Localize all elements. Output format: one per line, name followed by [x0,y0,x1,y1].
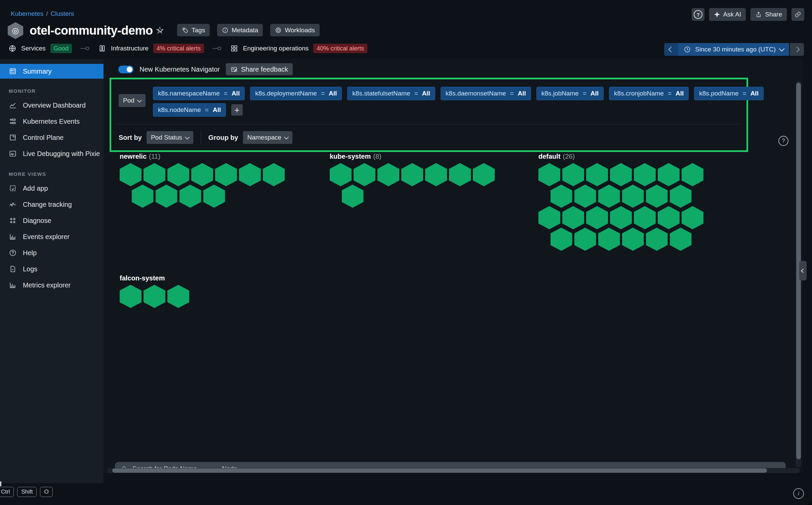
filter-pill-deployment[interactable]: k8s.deploymentName=All [250,87,342,100]
new-navigator-toggle[interactable] [118,66,133,73]
pod-hexagon[interactable] [354,163,375,186]
sidebar-item-control-plane[interactable]: Control Plane [0,129,104,146]
pod-hexagon[interactable] [610,206,632,229]
pod-hexagon[interactable] [203,185,225,208]
sidebar-item-diagnose[interactable]: Diagnose [0,212,104,229]
pod-hexagon[interactable] [610,163,632,186]
engineering-ops-status-badge[interactable]: 40% critical alerts [313,44,367,53]
pod-hexagon[interactable] [167,285,189,308]
pod-hexagon[interactable] [658,163,680,186]
add-filter-button[interactable]: + [231,104,243,116]
filter-pill-job[interactable]: k8s.jobName=All [536,87,604,100]
pod-hexagon[interactable] [551,228,572,251]
filter-pill-cronjob[interactable]: k8s.cronjobName=All [609,87,689,100]
share-button[interactable]: Share [750,8,787,21]
collapse-panel-handle[interactable] [799,261,807,280]
sidebar-item-change-tracking[interactable]: Change tracking [0,196,104,212]
sidebar-item-add-app[interactable]: Add app [0,180,104,196]
time-forward-button[interactable] [790,43,804,56]
filter-pill-statefulset[interactable]: k8s.statefulsetName=All [347,87,435,100]
pod-hexagon[interactable] [682,163,703,186]
sort-by-dropdown[interactable]: Pod Status [147,131,193,144]
sidebar-item-kubernetes-events[interactable]: Kubernetes Events [0,113,104,129]
pod-hexagon[interactable] [191,163,213,186]
pod-hexagon[interactable] [634,206,656,229]
services-label[interactable]: Services [21,45,46,52]
pod-hexagon[interactable] [473,163,495,186]
pod-hexagon[interactable] [562,206,584,229]
sidebar-item-events-explorer[interactable]: Events explorer [0,229,104,245]
pod-hexagon[interactable] [179,185,201,208]
pod-hexagon[interactable] [574,185,596,208]
pod-hexagon[interactable] [239,163,261,186]
pod-hexagon[interactable] [682,206,703,229]
time-range-button[interactable]: Since 30 minutes ago (UTC) [678,43,789,56]
pod-hexagon[interactable] [401,163,423,186]
navigator-help-button[interactable]: ? [778,136,788,146]
pod-hexagon[interactable] [622,228,644,251]
pod-hexagon[interactable] [670,228,692,251]
ask-ai-button[interactable]: Ask AI [709,8,746,21]
time-back-button[interactable] [664,43,678,56]
help-button[interactable]: ? [692,8,704,21]
sidebar-item-overview-dashboard[interactable]: Overview Dashboard [0,97,104,113]
workloads-button[interactable]: Workloads [270,24,319,36]
pod-hexagon[interactable] [156,185,177,208]
pod-hexagon[interactable] [538,206,560,229]
sidebar-item-help[interactable]: Help [0,245,104,261]
pod-hexagon[interactable] [586,163,608,186]
share-feedback-button[interactable]: Share feedback [226,63,293,75]
pod-hexagon[interactable] [598,185,620,208]
filter-pill-pod[interactable]: k8s.podName=All [694,87,764,100]
sidebar-item-label: Summary [23,68,52,75]
pod-hexagon[interactable] [670,185,692,208]
breadcrumb-clusters-link[interactable]: Clusters [50,10,74,17]
group-by-dropdown[interactable]: Namespace [243,131,292,144]
pod-hexagon[interactable] [377,163,399,186]
pod-hexagon[interactable] [598,228,620,251]
filter-pill-node[interactable]: k8s.nodeName=All [153,103,226,117]
services-status-badge[interactable]: Good [50,44,72,53]
pod-hexagon[interactable] [658,206,680,229]
infrastructure-label[interactable]: Infrastructure [111,45,149,52]
sidebar-item-summary[interactable]: Summary [0,64,104,79]
pod-hexagon[interactable] [120,285,141,308]
pod-hexagon[interactable] [646,185,668,208]
pod-hexagon[interactable] [167,163,189,186]
tags-button[interactable]: Tags [177,24,210,36]
pod-hexagon[interactable] [330,163,352,186]
entity-type-dropdown[interactable]: Pod [119,94,146,107]
pod-hexagon[interactable] [538,163,560,186]
horizontal-scrollbar-thumb[interactable] [112,468,767,473]
engineering-ops-label[interactable]: Engineering operations [243,45,309,52]
info-icon[interactable]: i [793,488,804,499]
pod-hexagon[interactable] [551,185,572,208]
infrastructure-status-badge[interactable]: 4% critical alerts [153,44,204,53]
pod-hexagon[interactable] [132,185,154,208]
pod-hexagon[interactable] [263,163,285,186]
pod-hexagon[interactable] [634,163,656,186]
page-title[interactable]: otel-community-demo [30,24,162,38]
pod-hexagon[interactable] [144,163,165,186]
pod-hexagon[interactable] [586,206,608,229]
pod-hexagon[interactable] [449,163,471,186]
sidebar-item-metrics-explorer[interactable]: Metrics explorer [0,277,104,293]
horizontal-scrollbar[interactable] [107,468,800,473]
sidebar-item-logs[interactable]: Logs [0,261,104,277]
pod-hexagon[interactable] [342,185,364,208]
filter-pill-daemonset[interactable]: k8s.daemonsetName=All [441,87,531,100]
breadcrumb-kubernetes-link[interactable]: Kubernetes [11,10,43,17]
copy-link-button[interactable] [791,8,804,21]
pod-hexagon[interactable] [646,228,668,251]
sidebar-item-live-debugging[interactable]: Live Debugging with Pixie [0,146,104,162]
favorite-star-icon[interactable]: ☆ [155,24,164,36]
pod-hexagon[interactable] [215,163,237,186]
pod-hexagon[interactable] [622,185,644,208]
filter-pill-namespace[interactable]: k8s.namespaceName=All [153,87,245,100]
pod-hexagon[interactable] [425,163,447,186]
metadata-button[interactable]: Metadata [217,24,263,36]
pod-hexagon[interactable] [562,163,584,186]
pod-hexagon[interactable] [574,228,596,251]
pod-hexagon[interactable] [144,285,165,308]
pod-hexagon[interactable] [120,163,141,186]
